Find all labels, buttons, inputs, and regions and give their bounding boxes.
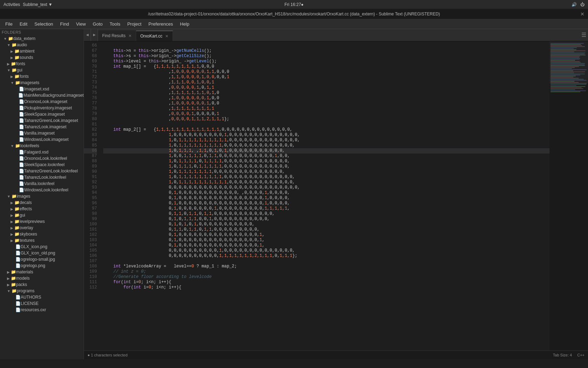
tree-item-label: gui [20, 213, 25, 218]
sidebar-item-audio[interactable]: ▼📁 audio [0, 42, 84, 48]
code-line [103, 122, 550, 127]
sidebar-item-textures[interactable]: ▶📁 textures [0, 237, 84, 244]
sidebar-item-packs[interactable]: ▶📁 packs [0, 281, 84, 288]
code-line [103, 259, 550, 264]
line-number: 98 [84, 211, 97, 217]
code-line: int map_2[] = {1,1,1,1,1,1,1,1,1,1,1,1,1… [103, 127, 550, 132]
sidebar-item-fonts[interactable]: ▶📁 fonts [0, 61, 84, 67]
code-line: 1,0,1,1,1,0,1,1,1,1,1,0,0,0,0,0,0,0,0,0,… [103, 164, 550, 169]
sidebar-item-overlay[interactable]: ▶📁 overlay [0, 225, 84, 231]
folder-icon: 📁 [14, 49, 20, 54]
folder-arrow: ▶ [7, 62, 10, 66]
menu-find[interactable]: Find [57, 20, 72, 28]
sidebar-item-windowslook.imageset[interactable]: 📄 WindowsLook.imageset [0, 136, 84, 143]
sidebar-item-ambient[interactable]: ▶📁 ambient [0, 48, 84, 54]
app-name[interactable]: Sublime_text ▼ [23, 2, 52, 7]
code-line: ,1,1,1,0,0,1,0,0,1 [103, 80, 550, 85]
sidebar-item-gui[interactable]: ▶📁 gui [0, 212, 84, 218]
activities-label[interactable]: Activities [4, 2, 20, 7]
sidebar-item-imagesets[interactable]: ▼📁 imagesets [0, 80, 84, 86]
tab-prev-btn[interactable]: ◀ [84, 29, 91, 41]
tabbar: ◀ ▶ Find Results ✕ OrxoKart.cc ✕ ☰ [84, 29, 588, 41]
sidebar-item-taharezgreenlook.imageset[interactable]: 📄 TaharezGreenLook.imageset [0, 117, 84, 124]
code-line: 1,0,1,1,1,1,1,1,1,0,0,0,0,0,0,0,0,0,0,0,… [103, 169, 550, 175]
tree-item-label: ambient [20, 49, 35, 54]
menu-selection[interactable]: Selection [31, 20, 56, 28]
sidebar-item-ogrelogo.png[interactable]: 📄 ogrelogo.png [0, 263, 84, 269]
code-line: 1,0,1,1,1, ,1,1,0,1,0,1,0,0,0,0,0,0,0,0,… [103, 148, 550, 154]
menu-help[interactable]: Help [176, 20, 193, 28]
sidebar-item-orxonoxlook.looknfeel[interactable]: 📄 OrxonoxLook.looknfeel [0, 155, 84, 162]
sidebar-item-levelpreviews[interactable]: ▶📁 levelpreviews [0, 218, 84, 225]
folder-arrow: ▼ [10, 144, 14, 148]
sidebar-item-windowslook.looknfeel[interactable]: 📄 WindowsLook.looknfeel [0, 187, 84, 193]
sidebar-item-images[interactable]: ▼📁 images [0, 193, 84, 199]
tab-find-results-close[interactable]: ✕ [128, 34, 132, 38]
menu-view[interactable]: View [72, 20, 89, 28]
sidebar-item-sleekspace.imageset[interactable]: 📄 SleekSpace.imageset [0, 111, 84, 117]
close-button[interactable]: ✕ [580, 11, 584, 17]
sidebar-item-taharezgreenlook.looknfeel[interactable]: 📄 TaharezGreenLook.looknfeel [0, 168, 84, 174]
sidebar-item-orxonoxlook.imageset[interactable]: 📄 OrxonoxLook.imageset [0, 98, 84, 105]
sidebar-item-mainmenubackground.imageset[interactable]: 📄 MainMenuBackground.imageset [0, 92, 84, 98]
sidebar-item-sounds[interactable]: ▶📁 sounds [0, 54, 84, 61]
menu-file[interactable]: File [2, 20, 16, 28]
tree-item-label: GLX_icon.png [21, 244, 47, 249]
line-number: 80 [84, 117, 97, 122]
sidebar-item-resources.oxr[interactable]: 📄 resources.oxr [0, 307, 84, 313]
menu-tools[interactable]: Tools [106, 20, 124, 28]
tree-item-label: models [16, 276, 30, 281]
tab-orxokart[interactable]: OrxoKart.cc ✕ [136, 30, 173, 41]
sidebar-item-skyboxes[interactable]: ▶📁 skyboxes [0, 231, 84, 237]
sidebar-item-authors[interactable]: 📄 AUTHORS [0, 294, 84, 300]
sidebar-item-falagard.xsd[interactable]: 📄 Falagard.xsd [0, 149, 84, 155]
sidebar-item-license[interactable]: 📄 LICENSE [0, 300, 84, 307]
language[interactable]: C++ [577, 353, 584, 357]
folder-arrow: ▶ [7, 277, 10, 280]
menu-goto[interactable]: Goto [89, 20, 106, 28]
sidebar-item-pickupinventory.imageset[interactable]: 📄 PickupInventory.imageset [0, 105, 84, 111]
sidebar-item-taharezlook.imageset[interactable]: 📄 TaharezLook.imageset [0, 124, 84, 130]
folder-icon: 📁 [11, 276, 16, 281]
tab-orxokart-close[interactable]: ✕ [165, 34, 168, 39]
sidebar-item-glx_icon_old.png[interactable]: 📄 GLX_icon_old.png [0, 250, 84, 256]
sidebar-item-materials[interactable]: ▶📁 materials [0, 269, 84, 275]
folder-icon: 📁 [14, 206, 20, 211]
tab-find-results[interactable]: Find Results ✕ [98, 30, 136, 41]
line-number: 103 [84, 238, 97, 243]
power-icon[interactable]: ⏻ [580, 2, 584, 7]
tab-size[interactable]: Tab Size: 4 [553, 353, 572, 357]
sidebar-item-effects[interactable]: ▶📁 effects [0, 206, 84, 212]
sidebar-item-vanilla.imageset[interactable]: 📄 Vanilla.imageset [0, 130, 84, 136]
sidebar-item-decals[interactable]: ▶📁 decals [0, 199, 84, 206]
line-number: 87 [84, 154, 97, 159]
code-area[interactable]: this->n = this->origin_->getNumCells(); … [100, 41, 550, 350]
tab-menu-button[interactable]: ☰ [579, 29, 588, 41]
sidebar-item-data_extern[interactable]: ▼📁 data_extern [0, 35, 84, 42]
line-number: 75 [84, 90, 97, 96]
tab-next-btn[interactable]: ▶ [91, 29, 98, 41]
sidebar-item-glx_icon.png[interactable]: 📄 GLX_icon.png [0, 244, 84, 250]
code-line: 0,1,0,1,0,1,0,0,0,0,0,0,0,0,0,0,0, [103, 222, 550, 227]
line-number: 95 [84, 196, 97, 201]
sidebar-item-taharezlook.looknfeel[interactable]: 📄 TaharezLook.looknfeel [0, 174, 84, 180]
sidebar-item-vanilla.looknfeel[interactable]: 📄 Vanilla.looknfeel [0, 180, 84, 187]
menu-preferences[interactable]: Preferences [145, 20, 176, 28]
tree-item-label: GLX_icon_old.png [21, 251, 55, 255]
file-icon: 📄 [15, 301, 21, 306]
volume-icon[interactable]: 🔊 [572, 2, 577, 7]
sidebar-item-models[interactable]: ▶📁 models [0, 275, 84, 281]
sidebar-item-imageset.xsd[interactable]: 📄 Imageset.xsd [0, 86, 84, 92]
sidebar-item-programs[interactable]: ▼📁 programs [0, 288, 84, 294]
sidebar-item-fonts[interactable]: ▶📁 fonts [0, 73, 84, 80]
editor-content[interactable]: 6667686970717273747576777879808182838485… [84, 41, 588, 350]
code-line: for(int i=0; i<n; i++){ [103, 280, 550, 285]
sidebar-item-sleekspace.looknfeel[interactable]: 📄 SleekSpace.looknfeel [0, 162, 84, 168]
menu-project[interactable]: Project [124, 20, 145, 28]
tree-item-label: Vanilla.imageset [24, 131, 55, 136]
tree-item-label: TaharezLook.imageset [24, 124, 66, 129]
sidebar-item-looknfeels[interactable]: ▼📁 looknfeels [0, 143, 84, 149]
sidebar-item-gui[interactable]: ▼📁 gui [0, 67, 84, 73]
menu-edit[interactable]: Edit [16, 20, 31, 28]
sidebar-item-ogrelogo-small.jpg[interactable]: 📄 ogrelogo-small.jpg [0, 256, 84, 263]
